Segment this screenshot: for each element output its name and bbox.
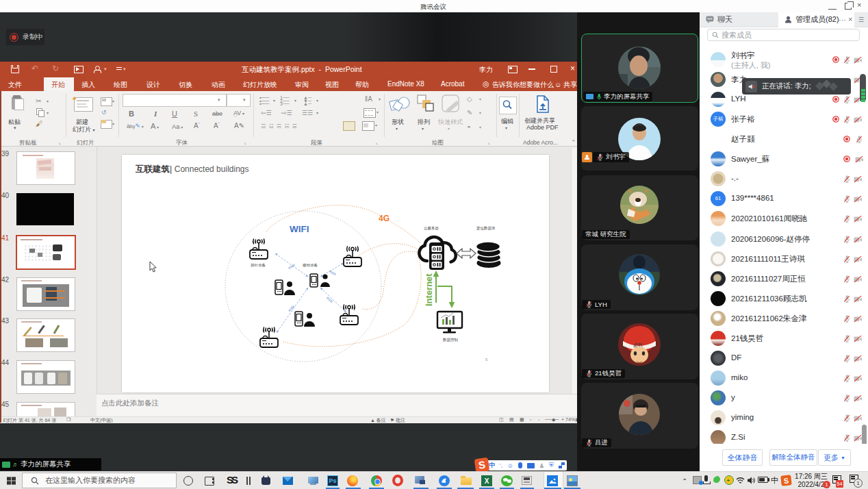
svg-text:5: 5 (485, 358, 488, 362)
svg-text:4G: 4G (379, 214, 390, 223)
svg-text:WIFI: WIFI (290, 224, 309, 234)
svg-text:云服务器: 云服务器 (424, 226, 439, 231)
svg-text:定位数据库: 定位数据库 (476, 226, 496, 231)
svg-text:探针设备: 探针设备 (251, 263, 266, 267)
svg-text:RSSI: RSSI (326, 297, 333, 304)
svg-text:RSSI: RSSI (329, 270, 337, 276)
svg-text:移动设备: 移动设备 (303, 263, 318, 268)
svg-text:RSSI: RSSI (288, 263, 296, 270)
svg-text:Internet: Internet (424, 273, 434, 306)
svg-text:数据控制: 数据控制 (443, 338, 459, 342)
